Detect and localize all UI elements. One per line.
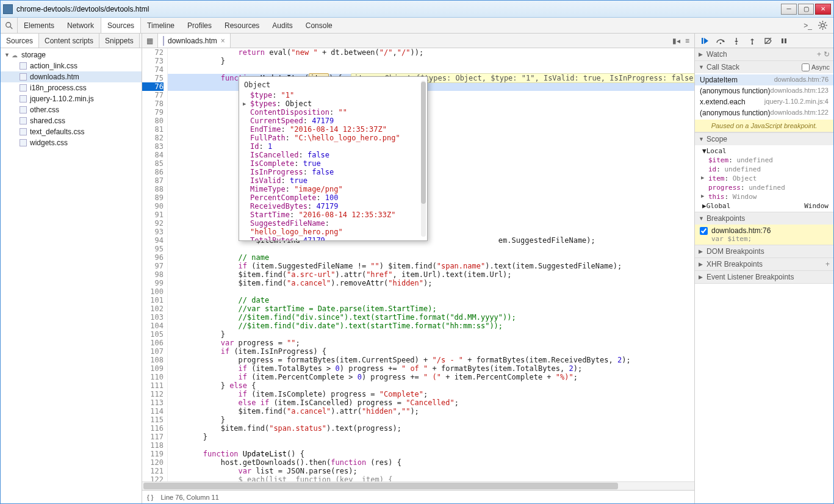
code-line[interactable]: //$item.find("div.since").text(startTime… [168, 313, 694, 322]
callstack-frame[interactable]: UpdateItemdownloads.htm:76 [695, 74, 833, 85]
code-line[interactable]: } [168, 330, 694, 339]
code-line[interactable]: function UpdateList() { [168, 450, 694, 458]
scope-var[interactable]: ▶item: Object [695, 174, 833, 183]
file-downloads-htm[interactable]: downloads.htm [1, 71, 142, 82]
file-widgets-css[interactable]: widgets.css [1, 137, 142, 148]
gutter-line[interactable]: 83 [142, 142, 164, 151]
add-watch-icon[interactable]: + [817, 50, 821, 59]
folder-storage[interactable]: ▼ ☁ storage [1, 49, 142, 60]
gutter-line[interactable]: 119 [142, 450, 164, 458]
code-line[interactable]: host.getDownloads().then(function (res) … [168, 458, 694, 467]
gutter-line[interactable]: 114 [142, 407, 164, 416]
code-line[interactable]: // date [168, 296, 694, 304]
tab-profiles[interactable]: Profiles [181, 18, 218, 33]
file-action_link-css[interactable]: action_link.css [1, 60, 142, 71]
minimize-button[interactable]: ─ [781, 4, 797, 15]
code-line[interactable]: progress = formatBytes(item.CurrentSpeed… [168, 356, 694, 364]
code-line[interactable]: $item.find("a.cancel").removeAttr("hidde… [168, 279, 694, 287]
scope-var[interactable]: ▶this: Window [695, 192, 833, 201]
gutter-line[interactable]: 95 [142, 245, 164, 253]
search-icon[interactable] [1, 18, 18, 33]
settings-gear-icon[interactable] [818, 21, 827, 30]
gutter-line[interactable]: 88 [142, 185, 164, 193]
gutter-line[interactable]: 81 [142, 125, 164, 134]
gutter-line[interactable]: 121 [142, 467, 164, 475]
callstack-frame[interactable]: x.extend.eachjquery-1.10.2.min.js:4 [695, 96, 833, 107]
gutter-line[interactable]: 98 [142, 270, 164, 279]
maximize-button[interactable]: ▢ [798, 4, 814, 15]
close-tab-icon[interactable]: × [221, 37, 225, 45]
code-line[interactable]: $item.find("a.src-url").attr("href", ite… [168, 270, 694, 279]
gutter-line[interactable]: 84 [142, 151, 164, 159]
code-line[interactable]: if (item.PercentComplete > 0) progress +… [168, 373, 694, 381]
callstack-frame[interactable]: (anonymous function)downloads.htm:123 [695, 85, 833, 96]
code-line[interactable]: if (item.IsInProgress) { [168, 347, 694, 356]
code-line[interactable]: $item.find("a.cancel").attr("hidden","")… [168, 407, 694, 416]
code-line[interactable]: else if (item.IsCancelled) progress = "C… [168, 398, 694, 407]
gutter-line[interactable]: 90 [142, 202, 164, 211]
code-line[interactable]: return eval("new " + dt.between("/","/")… [168, 48, 694, 57]
refresh-watch-icon[interactable]: ↻ [824, 50, 830, 59]
code-line[interactable] [168, 441, 694, 450]
step-out-icon[interactable] [747, 36, 757, 46]
code-line[interactable]: $ each(list function (key item) { [168, 475, 694, 481]
gutter-line[interactable]: 87 [142, 176, 164, 185]
code-line[interactable]: var list = JSON.parse(res); [168, 467, 694, 475]
popup-prop[interactable]: CurrentSpeed: 47179 [250, 117, 422, 125]
code-line[interactable] [168, 287, 694, 296]
drawer-toggle-icon[interactable]: >_ [803, 21, 812, 30]
popup-prop[interactable]: IsInProgress: false [250, 168, 422, 176]
close-button[interactable]: ✕ [815, 4, 831, 15]
gutter-line[interactable]: 116 [142, 424, 164, 433]
gutter-line[interactable]: 86 [142, 168, 164, 176]
popup-prop[interactable]: IsComplete: true [250, 159, 422, 168]
file-tab[interactable]: downloads.htm × [158, 34, 231, 48]
async-checkbox[interactable] [802, 63, 810, 71]
tab-timeline[interactable]: Timeline [141, 18, 181, 33]
file-jquery-1-10-2-min-js[interactable]: jquery-1.10.2.min.js [1, 93, 142, 104]
breakpoints-header[interactable]: ▼Breakpoints [695, 212, 833, 225]
breakpoint-row[interactable]: downloads.htm:76var $item; [695, 225, 833, 245]
subtab-content-scripts[interactable]: Content scripts [39, 34, 99, 48]
value-popup[interactable]: Object $type: "1"▶$types: ObjectContentD… [239, 76, 428, 241]
code-line[interactable]: $item.find("span.status").text(progress)… [168, 424, 694, 433]
gutter-line[interactable]: 110 [142, 373, 164, 381]
gutter-line[interactable]: 99 [142, 279, 164, 287]
code-line[interactable]: if (item.SuggestedFileName != "") $item.… [168, 262, 694, 270]
popup-prop[interactable]: PercentComplete: 100 [250, 193, 422, 202]
tab-sources[interactable]: Sources [101, 18, 141, 33]
gutter-line[interactable]: 91 [142, 211, 164, 219]
gutter-line[interactable]: 109 [142, 364, 164, 373]
code-editor[interactable]: 7273747576777879808182838485868788899091… [142, 48, 694, 481]
editor-horizontal-scrollbar[interactable] [142, 481, 694, 490]
gutter-line[interactable]: 76 [142, 82, 164, 91]
gutter-line[interactable]: 85 [142, 159, 164, 168]
gutter-line[interactable]: 92 [142, 219, 164, 228]
gutter-line[interactable]: 104 [142, 322, 164, 330]
code-line[interactable]: } else { [168, 381, 694, 390]
scope-var[interactable]: progress: undefined [695, 183, 833, 192]
gutter-line[interactable]: 105 [142, 330, 164, 339]
gutter-line[interactable]: 78 [142, 99, 164, 108]
gutter-line[interactable]: 111 [142, 381, 164, 390]
gutter-line[interactable]: 115 [142, 416, 164, 424]
gutter-line[interactable]: 89 [142, 193, 164, 202]
subtab-sources[interactable]: Sources [1, 34, 39, 48]
gutter-line[interactable]: 80 [142, 117, 164, 125]
tab-audits[interactable]: Audits [266, 18, 299, 33]
xhr-breakpoints-header[interactable]: ▶XHR Breakpoints+ [695, 258, 833, 270]
gutter-line[interactable]: 100 [142, 287, 164, 296]
tab-elements[interactable]: Elements [18, 18, 61, 33]
gutter-line[interactable]: 96 [142, 253, 164, 262]
gutter-line[interactable]: 74 [142, 65, 164, 74]
gutter-line[interactable]: 102 [142, 304, 164, 313]
code-line[interactable]: } [168, 57, 694, 65]
gutter-line[interactable]: 107 [142, 347, 164, 356]
code-line[interactable]: } [168, 416, 694, 424]
file-shared-css[interactable]: shared.css [1, 115, 142, 126]
popup-prop[interactable]: Id: 1 [250, 142, 422, 151]
callstack-frame[interactable]: (anonymous function)downloads.htm:122 [695, 107, 833, 118]
gutter-line[interactable]: 94 [142, 236, 164, 245]
popup-scrollbar[interactable] [421, 81, 426, 237]
gutter-line[interactable]: 77 [142, 91, 164, 99]
